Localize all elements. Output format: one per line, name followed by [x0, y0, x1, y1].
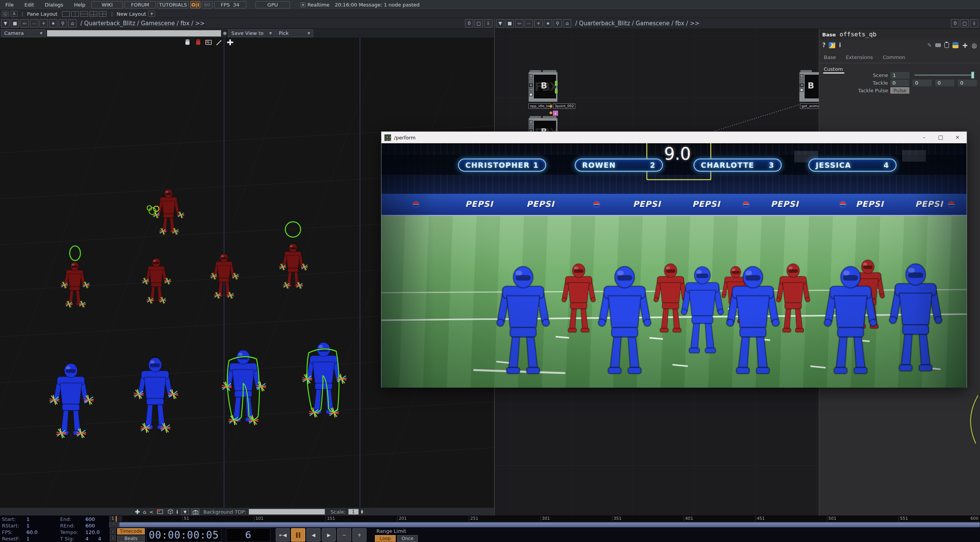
- layout-vsplit-button[interactable]: [71, 11, 79, 17]
- pause-button[interactable]: [291, 528, 305, 542]
- slash-toggle[interactable]: ∕: [110, 528, 116, 534]
- maximize-pane-icon[interactable]: □: [474, 19, 483, 28]
- menu-help[interactable]: Help: [69, 2, 91, 8]
- tab-base[interactable]: Base: [824, 54, 836, 60]
- background-top-field[interactable]: [249, 509, 325, 515]
- timeline-scrollbar[interactable]: ⋯: [109, 522, 980, 527]
- timecode-mode-button[interactable]: Timecode: [117, 528, 145, 535]
- collapse-pane-icon[interactable]: ⇩: [970, 19, 978, 28]
- window-titlebar[interactable]: /perform: [381, 132, 967, 143]
- tackle-value-field[interactable]: 0: [958, 80, 977, 86]
- frame-ruler[interactable]: 1 51 101 151 201 251 301 351 401 451 501…: [109, 516, 980, 522]
- info-icon[interactable]: i: [177, 509, 178, 515]
- node-label[interactable]: get_anima: [800, 103, 819, 109]
- start-value[interactable]: 1: [26, 516, 60, 522]
- tsig-value[interactable]: 4 4: [85, 536, 108, 542]
- new-layout-add-button[interactable]: +: [148, 11, 155, 17]
- copy-clipboard-icon[interactable]: [944, 43, 949, 48]
- pane-type-dropdown-icon[interactable]: ▼: [496, 19, 504, 28]
- tab-extensions[interactable]: Extensions: [846, 54, 873, 60]
- node-flag-icons[interactable]: o∕×●: [800, 74, 804, 92]
- back-arrow-icon[interactable]: ⇦: [515, 19, 524, 28]
- rend-value[interactable]: 600: [85, 523, 108, 529]
- minimize-button[interactable]: –: [921, 134, 928, 141]
- bookmark-star-icon[interactable]: ★: [544, 19, 552, 28]
- add-icon[interactable]: +: [39, 19, 48, 28]
- layout-hsplit-button[interactable]: [80, 11, 88, 17]
- realtime-checkbox[interactable]: ×: [301, 2, 306, 7]
- scene-label[interactable]: Scene: [819, 72, 890, 78]
- tutorials-button[interactable]: TUTORIALS: [157, 1, 189, 8]
- bookmark-star-icon[interactable]: ★: [49, 19, 57, 28]
- zoom-level-value[interactable]: 0: [465, 19, 473, 28]
- info-icon[interactable]: i: [839, 42, 841, 49]
- anchor-icon[interactable]: ⚓: [11, 11, 18, 17]
- maximize-button[interactable]: □: [937, 134, 944, 141]
- add-icon[interactable]: +: [534, 19, 543, 28]
- perform-window[interactable]: /perform – □ × PEPSI PEPSI PEPSI PEPSI P…: [381, 131, 967, 388]
- rstart-value[interactable]: 1: [26, 523, 60, 529]
- layout-quad-button[interactable]: [99, 11, 106, 17]
- menu-edit[interactable]: Edit: [19, 2, 39, 8]
- layout-mixed-button[interactable]: [90, 11, 97, 17]
- home-icon[interactable]: ⌂: [563, 19, 571, 28]
- node-output-connector[interactable]: [555, 88, 558, 93]
- oi-toggle[interactable]: O|I: [190, 1, 200, 8]
- camera-view-icon[interactable]: [205, 38, 213, 46]
- tackle-value-field[interactable]: 0: [890, 80, 910, 86]
- resetf-value[interactable]: 1: [26, 536, 60, 542]
- back-arrow-icon[interactable]: ⇦: [20, 19, 29, 28]
- scene-slider[interactable]: [915, 75, 974, 75]
- close-button[interactable]: ×: [954, 134, 961, 141]
- menu-file[interactable]: File: [0, 2, 19, 8]
- jump-to-start-button[interactable]: ⇤◀: [276, 528, 290, 542]
- fps-target[interactable]: 60: [202, 1, 213, 8]
- stop-icon[interactable]: ■: [11, 19, 19, 28]
- display-mode-dropdown[interactable]: ▼: [181, 509, 189, 515]
- menu-dialogs[interactable]: Dialogs: [39, 2, 69, 8]
- tackle-value-field[interactable]: 0: [935, 80, 954, 86]
- home-view-icon[interactable]: ⌂: [143, 509, 146, 515]
- camera-dropdown[interactable]: Camera ▼: [1, 29, 46, 37]
- wire-toggle-icon[interactable]: <: [149, 509, 154, 515]
- zoom-search-icon[interactable]: ⚲: [59, 19, 67, 28]
- add-icon[interactable]: ✚: [135, 508, 140, 516]
- node-opp-idle[interactable]: o∕×→● FBX B: [528, 72, 558, 102]
- python-logo-icon[interactable]: [952, 42, 959, 48]
- zoom-level-value[interactable]: 0: [951, 19, 959, 28]
- scrollbar-cap[interactable]: ⋯: [109, 522, 119, 527]
- wiki-button[interactable]: WIKI: [92, 1, 123, 8]
- node-output-connector[interactable]: [555, 81, 558, 86]
- pick-dropdown[interactable]: Pick ▼: [276, 29, 313, 37]
- gpu-button[interactable]: GPU: [255, 1, 290, 8]
- export-flag-icon[interactable]: ↓: [553, 111, 558, 116]
- add-crosshair-icon[interactable]: [226, 38, 234, 46]
- tackle-label[interactable]: Tackle: [819, 80, 890, 86]
- pen-icon[interactable]: [215, 38, 224, 46]
- add-parameter-icon[interactable]: +: [962, 41, 968, 49]
- scale-spinner[interactable]: ▲▼: [361, 509, 363, 514]
- python-help-icon[interactable]: ?: [829, 42, 835, 48]
- node-get-anim[interactable]: o∕×● B: [799, 72, 819, 102]
- node-label[interactable]: 3point_002: [553, 103, 575, 109]
- snapshot-camera-button[interactable]: [191, 509, 200, 515]
- step-back-button[interactable]: ◀: [306, 528, 321, 542]
- pulse-button[interactable]: Pulse: [890, 87, 910, 94]
- operator-name[interactable]: offsets_qb: [839, 31, 876, 38]
- layout-single-button[interactable]: [62, 11, 70, 17]
- step-forward-button[interactable]: ▶: [322, 528, 336, 542]
- target-icon[interactable]: ◎: [972, 42, 977, 49]
- home-icon[interactable]: ⌂: [68, 19, 77, 28]
- maximize-pane-icon[interactable]: □: [960, 19, 969, 28]
- forward-arrow-icon[interactable]: ⇨: [525, 19, 533, 28]
- decrement-button[interactable]: −: [337, 528, 351, 542]
- increment-button[interactable]: +: [352, 528, 366, 542]
- collapse-pane-icon[interactable]: ⇩: [484, 19, 492, 28]
- tackle-pulse-label[interactable]: Tackle Pulse: [819, 88, 890, 93]
- camera-path-field[interactable]: [47, 30, 221, 37]
- loop-button[interactable]: Loop: [375, 535, 396, 542]
- tab-common[interactable]: Common: [883, 54, 905, 60]
- fps-value[interactable]: 60.0: [26, 529, 60, 535]
- frame-display[interactable]: 6: [226, 528, 270, 542]
- pane-type-dropdown-icon[interactable]: ▼: [1, 19, 10, 28]
